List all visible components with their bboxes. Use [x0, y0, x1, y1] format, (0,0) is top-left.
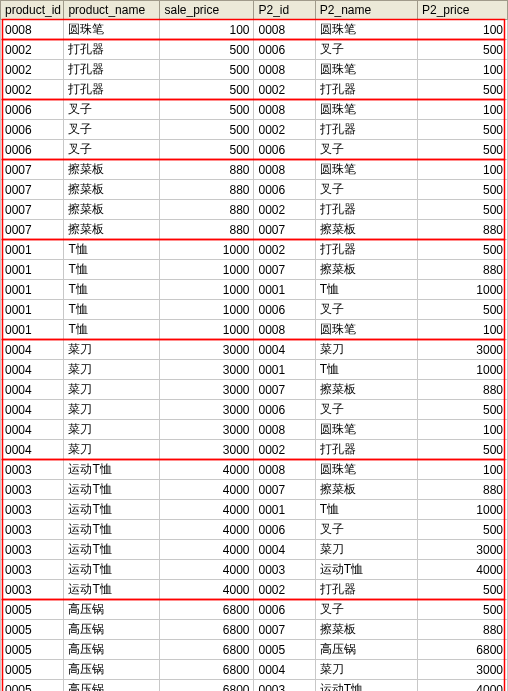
cell: 擦菜板 [315, 480, 417, 500]
cell: 0003 [1, 520, 64, 540]
table-row: 0007擦菜板8800002打孔器500 [1, 200, 508, 220]
cell: 0002 [254, 240, 315, 260]
cell: 0002 [254, 80, 315, 100]
cell: 4000 [418, 560, 508, 580]
cell: 0005 [1, 600, 64, 620]
cell: 0002 [254, 440, 315, 460]
cell: 500 [418, 600, 508, 620]
cell: 0001 [254, 280, 315, 300]
table-row: 0001T恤10000008圆珠笔100 [1, 320, 508, 340]
cell: 500 [418, 300, 508, 320]
cell: 0008 [254, 160, 315, 180]
cell: 0007 [254, 480, 315, 500]
cell: 0004 [254, 540, 315, 560]
cell: 圆珠笔 [64, 20, 160, 40]
cell: T恤 [315, 280, 417, 300]
cell: 100 [418, 320, 508, 340]
cell: 0008 [254, 20, 315, 40]
cell: 880 [160, 200, 254, 220]
col-P2_price: P2_price [418, 1, 508, 20]
cell: 6800 [160, 640, 254, 660]
cell: 擦菜板 [315, 220, 417, 240]
cell: 高压锅 [64, 640, 160, 660]
cell: 叉子 [315, 520, 417, 540]
cell: 100 [418, 160, 508, 180]
cell: 擦菜板 [64, 160, 160, 180]
cell: 0006 [254, 520, 315, 540]
cell: 0003 [1, 540, 64, 560]
cell: 0008 [254, 100, 315, 120]
table-row: 0003运动T恤40000001T恤1000 [1, 500, 508, 520]
cell: T恤 [64, 260, 160, 280]
cell: 0003 [254, 560, 315, 580]
cell: 0008 [254, 460, 315, 480]
table-row: 0007擦菜板8800006叉子500 [1, 180, 508, 200]
cell: 运动T恤 [315, 560, 417, 580]
cell: 0007 [254, 260, 315, 280]
cell: 3000 [160, 420, 254, 440]
cell: 500 [160, 120, 254, 140]
col-P2_name: P2_name [315, 1, 417, 20]
cell: T恤 [315, 500, 417, 520]
cell: 3000 [160, 440, 254, 460]
cell: T恤 [64, 240, 160, 260]
cell: 500 [160, 60, 254, 80]
cell: 500 [418, 400, 508, 420]
cell: 880 [418, 620, 508, 640]
table-row: 0005高压锅68000007擦菜板880 [1, 620, 508, 640]
cell: T恤 [64, 300, 160, 320]
cell: 菜刀 [64, 380, 160, 400]
cell: 0007 [254, 220, 315, 240]
cell: 0002 [1, 60, 64, 80]
cell: 500 [418, 240, 508, 260]
cell: 0007 [254, 620, 315, 640]
cell: 3000 [160, 340, 254, 360]
cell: 菜刀 [315, 540, 417, 560]
cell: 0005 [1, 620, 64, 640]
cell: 0002 [1, 40, 64, 60]
cell: 880 [418, 380, 508, 400]
cell: 500 [418, 520, 508, 540]
table-row: 0005高压锅68000005高压锅6800 [1, 640, 508, 660]
cell: 0001 [1, 300, 64, 320]
cell: 0006 [254, 40, 315, 60]
cell: 打孔器 [315, 120, 417, 140]
cell: 高压锅 [64, 600, 160, 620]
cell: 0003 [1, 460, 64, 480]
cell: 0004 [1, 400, 64, 420]
cell: 500 [418, 440, 508, 460]
table-row: 0003运动T恤40000008圆珠笔100 [1, 460, 508, 480]
table-row: 0002打孔器5000002打孔器500 [1, 80, 508, 100]
cell: 0003 [1, 560, 64, 580]
cell: 圆珠笔 [315, 20, 417, 40]
table-row: 0005高压锅68000003运动T恤4000 [1, 680, 508, 692]
cell: 3000 [418, 540, 508, 560]
cell: 0004 [1, 440, 64, 460]
table-row: 0007擦菜板8800008圆珠笔100 [1, 160, 508, 180]
cell: 圆珠笔 [315, 160, 417, 180]
cell: 0006 [254, 140, 315, 160]
cell: 1000 [160, 300, 254, 320]
table-row: 0001T恤10000001T恤1000 [1, 280, 508, 300]
cell: 0007 [1, 180, 64, 200]
cell: 运动T恤 [64, 580, 160, 600]
cell: 打孔器 [315, 240, 417, 260]
cell: 880 [160, 180, 254, 200]
cell: 叉子 [315, 140, 417, 160]
cell: 高压锅 [64, 620, 160, 640]
cell: T恤 [64, 280, 160, 300]
cell: 高压锅 [64, 660, 160, 680]
cell: 0008 [254, 420, 315, 440]
cell: 500 [160, 140, 254, 160]
table-row: 0004菜刀30000004菜刀3000 [1, 340, 508, 360]
cell: 0003 [254, 680, 315, 692]
cell: 叉子 [315, 180, 417, 200]
cell: 打孔器 [315, 200, 417, 220]
cell: 打孔器 [64, 60, 160, 80]
cell: 擦菜板 [315, 260, 417, 280]
cell: 0006 [1, 120, 64, 140]
col-P2_id: P2_id [254, 1, 315, 20]
cell: 0002 [1, 80, 64, 100]
cell: 0006 [254, 300, 315, 320]
cell: T恤 [315, 360, 417, 380]
